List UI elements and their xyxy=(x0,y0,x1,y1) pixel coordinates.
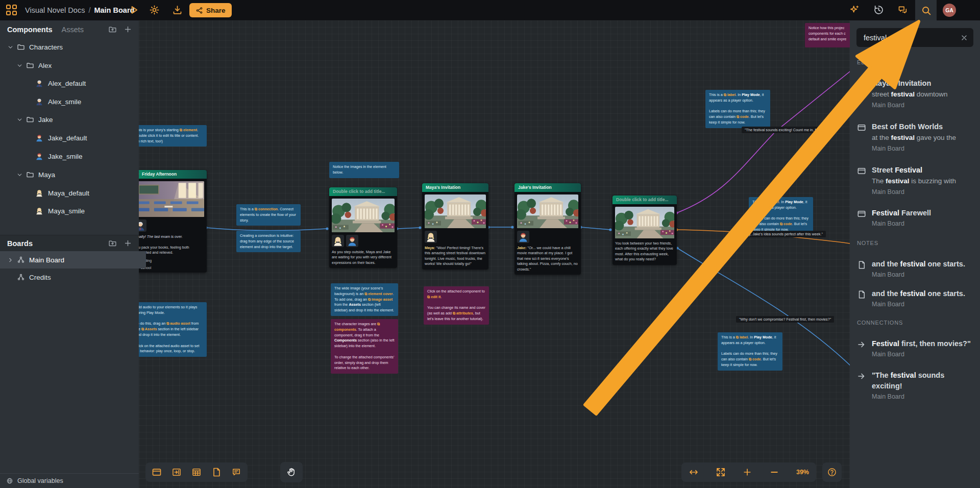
search-result-element[interactable]: Festival Farewell Main Board xyxy=(857,208,974,229)
component-avatar-jake[interactable] xyxy=(517,231,529,243)
add-component-icon[interactable] xyxy=(124,25,132,34)
chip-text: "Actually, Jake's idea sounds perfect af… xyxy=(737,232,823,236)
connection-label-exciting[interactable]: "The festival sounds exciting! Count me … xyxy=(742,127,829,133)
search-result-element[interactable]: Street Festival The festival is buzzing … xyxy=(857,165,974,198)
tree-folder-jake[interactable]: Jake xyxy=(0,112,155,127)
add-comment-icon[interactable] xyxy=(231,467,241,477)
global-variables-button[interactable]: Global variables xyxy=(0,473,139,488)
help-button[interactable] xyxy=(822,462,842,482)
ai-sparkle-icon[interactable] xyxy=(849,5,860,15)
folder-icon xyxy=(26,61,34,69)
add-note-icon[interactable] xyxy=(211,467,222,477)
tab-components[interactable]: Components xyxy=(7,26,53,34)
element-card-jakes-invitation[interactable]: Jake's Invitation Jake: "Or... we could … xyxy=(514,183,581,275)
tree-item-jake-smile[interactable]: Jake_smile xyxy=(0,149,174,164)
connection-label-compromise[interactable]: "Why don't we compromise? Festival first… xyxy=(736,316,834,323)
element-card-outside[interactable]: Double click to add title... As you step… xyxy=(329,187,397,268)
element-card-choice[interactable]: Double click to add title... You look be… xyxy=(612,196,677,265)
tree-item-jake-default[interactable]: Jake_default xyxy=(0,130,174,145)
jake-avatar-icon xyxy=(517,231,529,243)
settings-gear-icon[interactable] xyxy=(149,5,160,15)
tree-label: Jake xyxy=(38,116,53,124)
tab-assets[interactable]: Assets xyxy=(62,26,84,34)
maya-avatar-icon xyxy=(35,206,44,215)
version-history-icon[interactable] xyxy=(873,5,884,15)
boards-header-label: Boards xyxy=(7,239,33,248)
note-audio[interactable]: Add audio to your elements so it plays d… xyxy=(132,302,207,357)
element-title-placeholder: Double click to add title... xyxy=(333,187,385,196)
tree-item-alex-smile[interactable]: Alex_smile xyxy=(0,94,174,109)
note-cover[interactable]: The wide image (your scene's background)… xyxy=(331,283,398,316)
note-label-1[interactable]: This is a ⧉ label. In Play Mode, it appe… xyxy=(705,90,770,128)
zoom-level[interactable]: 39% xyxy=(796,469,809,476)
component-avatar-maya[interactable] xyxy=(425,231,437,243)
sidebar-item-main-board[interactable]: Main Board xyxy=(0,251,146,269)
new-folder-icon[interactable] xyxy=(108,25,117,34)
new-board-folder-icon[interactable] xyxy=(108,239,117,248)
zoom-out-icon[interactable] xyxy=(769,467,779,477)
tree-item-maya-default[interactable]: Maya_default xyxy=(0,185,174,201)
share-button[interactable]: Share xyxy=(189,3,232,17)
search-box xyxy=(856,28,973,47)
search-result-note[interactable]: and the festival one starts. Main Board xyxy=(857,288,974,310)
tree-folder-maya[interactable]: Maya xyxy=(0,167,155,182)
tree-item-alex-default[interactable]: Alex_default xyxy=(0,76,174,91)
search-result-element[interactable]: Best of Both Worlds at the festival gave… xyxy=(857,121,974,154)
add-element-icon[interactable] xyxy=(152,467,162,477)
note-components[interactable]: The character images are ⧉ components. T… xyxy=(331,319,398,374)
pan-hand-icon xyxy=(286,467,297,477)
folder-icon xyxy=(26,115,34,124)
element-card-mayas-invitation[interactable]: Maya's Invitation Maya: "Woo! Perfect ti… xyxy=(422,183,488,270)
tree-folder-characters[interactable]: Characters xyxy=(0,39,146,55)
tree-label: Maya xyxy=(38,171,55,179)
breadcrumb: Visual Novel Docs / Main Board xyxy=(25,0,134,20)
maya-avatar-icon xyxy=(35,188,44,198)
play-icon[interactable] xyxy=(129,5,139,15)
zoom-in-icon[interactable] xyxy=(742,467,752,477)
tree-item-maya-smile[interactable]: Maya_smile xyxy=(0,203,174,218)
search-result-note[interactable]: and the festival one starts. Main Board xyxy=(857,259,974,280)
pan-tool[interactable] xyxy=(280,462,303,482)
fit-view-icon[interactable] xyxy=(716,467,726,477)
jake-avatar-icon xyxy=(346,235,358,247)
component-avatar-jake[interactable] xyxy=(346,235,358,247)
result-title: Street Festival xyxy=(872,165,974,176)
note-connection[interactable]: This is a ⧉ connection. Connect elements… xyxy=(236,204,301,226)
note-result-icon xyxy=(857,290,866,299)
note-images[interactable]: Notice the images in the element below. xyxy=(329,162,399,178)
note-edit-component[interactable]: Click on the attached component to ⧉ edi… xyxy=(424,286,489,325)
sidebar: Components Assets Characters Alex Alex_d… xyxy=(0,20,139,488)
note-label-3[interactable]: This is a ⧉ label. In Play Mode, it appe… xyxy=(718,332,782,371)
breadcrumb-project[interactable]: Visual Novel Docs xyxy=(25,6,85,14)
search-input[interactable] xyxy=(863,33,960,42)
maya-avatar-icon xyxy=(332,235,344,247)
result-location: Main Board xyxy=(872,100,974,111)
section-header-connections: CONNECTIONS xyxy=(857,320,903,326)
apps-grid-icon[interactable] xyxy=(6,5,17,15)
sidebar-item-credits[interactable]: Credits xyxy=(0,269,156,286)
note-label-2[interactable]: This is a ⧉ label. In Play Mode, it appe… xyxy=(749,197,813,235)
close-icon[interactable] xyxy=(960,34,968,42)
note-text: The character images are ⧉ components. T… xyxy=(334,322,394,370)
add-branch-icon[interactable] xyxy=(191,467,202,477)
search-result-element[interactable]: Maya's Invitation street festival downto… xyxy=(857,78,974,111)
tree-folder-alex[interactable]: Alex xyxy=(0,58,155,73)
search-toggle[interactable] xyxy=(915,0,937,20)
add-jumper-icon[interactable] xyxy=(172,467,182,477)
arrow-right-icon xyxy=(857,340,866,349)
folder-icon xyxy=(26,170,34,179)
result-location: Main Board xyxy=(872,270,974,280)
search-result-connection[interactable]: "The festival sounds exciting! Main Boar… xyxy=(857,370,974,402)
jake-avatar-icon xyxy=(35,133,44,142)
add-board-icon[interactable] xyxy=(124,239,132,248)
search-panel: ELEMENTS Maya's Invitation street festiv… xyxy=(850,20,980,488)
fit-width-icon[interactable] xyxy=(689,467,699,477)
connection-label-jakes-idea[interactable]: "Actually, Jake's idea sounds perfect af… xyxy=(733,231,826,237)
search-result-connection[interactable]: Festival first, then movies?" Main Board xyxy=(857,338,974,360)
note-connection-howto[interactable]: Creating a connection is intuitive: drag… xyxy=(236,231,301,252)
component-avatar-maya[interactable] xyxy=(332,235,344,247)
avatar[interactable]: GA xyxy=(943,4,956,17)
export-download-icon[interactable] xyxy=(172,5,183,15)
comments-icon[interactable] xyxy=(897,5,908,15)
result-snippet: at the festival gave you the xyxy=(872,132,974,143)
